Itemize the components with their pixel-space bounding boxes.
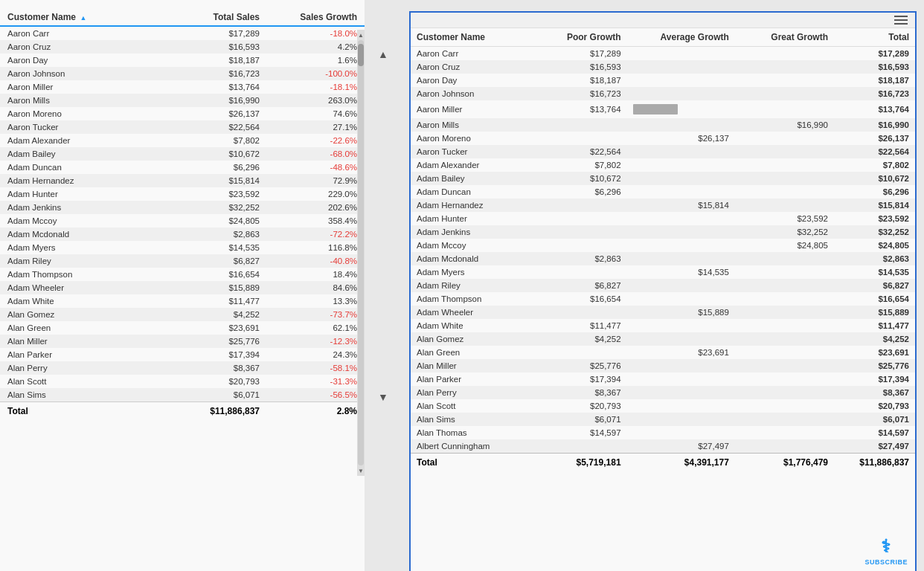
left-table-cell: -18.0% [267, 26, 365, 40]
right-table-cell [627, 145, 735, 158]
hamburger-menu-icon[interactable] [894, 16, 908, 25]
right-table-cell: $32,252 [735, 225, 834, 239]
dna-icon: ⚕ [881, 536, 891, 557]
left-table-cell: $18,187 [167, 54, 267, 67]
right-table-cell: $16,654 [834, 292, 915, 306]
right-table-cell: $7,802 [834, 158, 915, 172]
left-table-cell: Aaron Moreno [0, 107, 167, 120]
right-table-cell [735, 439, 834, 454]
right-table-cell [627, 372, 735, 386]
right-footer-great: $1,776,479 [735, 454, 834, 472]
scroll-down-v-arrow[interactable]: ▼ [378, 391, 388, 403]
right-table-row: Aaron Miller$13,764$13,764 [411, 100, 915, 118]
left-table-row: Adam Hernandez$15,81472.9% [0, 174, 365, 187]
left-table-cell: $6,296 [167, 161, 267, 174]
left-table-cell: Adam White [0, 294, 167, 308]
scroll-down-arrow[interactable]: ▼ [357, 465, 365, 476]
left-scrollbar[interactable]: ▲ ▼ [357, 30, 365, 476]
right-table-row: Aaron Carr$17,289$17,289 [411, 47, 915, 61]
middle-area: ▲ ▼ [365, 0, 402, 571]
left-table-cell: Alan Perry [0, 361, 167, 375]
right-table-row: Alan Thomas$14,597$14,597 [411, 426, 915, 439]
right-footer-total: $11,886,837 [834, 454, 915, 472]
right-table-cell: Alan Green [411, 346, 527, 359]
right-table-cell: $23,592 [834, 212, 915, 225]
left-table-cell: Adam Wheeler [0, 281, 167, 294]
right-table-row: Alan Gomez$4,252$4,252 [411, 332, 915, 346]
left-table-cell: $17,289 [167, 26, 267, 40]
right-table-cell: $16,723 [834, 87, 915, 100]
right-footer-label: Total [411, 454, 527, 472]
right-table-row: Adam Riley$6,827$6,827 [411, 279, 915, 292]
left-table-cell: Aaron Carr [0, 26, 167, 40]
right-table-cell: $16,723 [527, 87, 626, 100]
right-table-cell: Adam White [411, 319, 527, 332]
right-table-row: Aaron Johnson$16,723$16,723 [411, 87, 915, 100]
right-table-cell [735, 332, 834, 346]
right-table: Customer Name Poor Growth Average Growth… [411, 28, 915, 471]
right-table-cell [627, 87, 735, 100]
left-table-cell: 74.6% [267, 107, 365, 120]
left-table-cell: 263.0% [267, 94, 365, 107]
right-table-cell: $13,764 [834, 100, 915, 118]
right-table-cell: $6,296 [834, 185, 915, 199]
right-table-cell [735, 346, 834, 359]
left-table-cell: Aaron Tucker [0, 120, 167, 134]
left-table-row: Adam White$11,47713.3% [0, 294, 365, 308]
scroll-up-v-arrow[interactable]: ▲ [378, 48, 388, 60]
right-table-cell: Aaron Day [411, 74, 527, 87]
right-table-cell [735, 100, 834, 118]
right-table-cell [627, 212, 735, 225]
right-table-cell: Aaron Carr [411, 47, 527, 61]
right-table-cell: $32,252 [834, 225, 915, 239]
left-table-cell: Aaron Johnson [0, 67, 167, 80]
left-table-row: Adam Mccoy$24,805358.4% [0, 214, 365, 228]
right-table-cell [735, 265, 834, 279]
right-table-row: Adam Duncan$6,296$6,296 [411, 185, 915, 199]
right-table-cell: Alan Gomez [411, 332, 527, 346]
right-table-cell: $22,564 [527, 145, 626, 158]
left-table-row: Aaron Moreno$26,13774.6% [0, 107, 365, 120]
scroll-thumb[interactable] [358, 44, 364, 66]
left-table-cell: Adam Riley [0, 254, 167, 268]
sort-arrow-icon: ▲ [80, 14, 86, 22]
right-table-cell [527, 265, 626, 279]
left-table-row: Aaron Cruz$16,5934.2% [0, 40, 365, 54]
left-table-cell: 358.4% [267, 214, 365, 228]
right-table-cell: $14,597 [527, 426, 626, 439]
right-table-cell: Adam Alexander [411, 158, 527, 172]
right-table-cell [627, 118, 735, 132]
scroll-up-arrow[interactable]: ▲ [357, 30, 365, 40]
left-table-cell: 13.3% [267, 294, 365, 308]
right-table-cell: $8,367 [834, 386, 915, 399]
right-table-cell [735, 319, 834, 332]
left-table-cell: $20,793 [167, 375, 267, 388]
right-table-cell: $14,597 [834, 426, 915, 439]
left-table-cell: Alan Miller [0, 335, 167, 348]
left-table-cell: Alan Sims [0, 388, 167, 402]
right-table-cell: Aaron Miller [411, 100, 527, 118]
left-footer-label: Total [0, 402, 167, 421]
right-table-cell: $18,187 [834, 74, 915, 87]
right-table-cell: Adam Myers [411, 265, 527, 279]
right-table-cell: $16,990 [834, 118, 915, 132]
right-table-cell [735, 386, 834, 399]
right-table-cell: $10,672 [834, 172, 915, 185]
right-table-cell: $4,252 [527, 332, 626, 346]
right-table-cell [627, 47, 735, 61]
right-table-cell [735, 252, 834, 265]
right-table-cell [627, 185, 735, 199]
right-table-cell [527, 346, 626, 359]
left-table-cell: $6,071 [167, 388, 267, 402]
right-table-row: Aaron Tucker$22,564$22,564 [411, 145, 915, 158]
right-table-row: Adam Bailey$10,672$10,672 [411, 172, 915, 185]
subscribe-badge[interactable]: ⚕ SUBSCRIBE [864, 536, 908, 566]
right-table-cell: Adam Mcdonald [411, 252, 527, 265]
right-table-cell [627, 413, 735, 426]
left-table-cell: $22,564 [167, 120, 267, 134]
right-table-cell: $17,394 [834, 372, 915, 386]
right-panel-header [411, 13, 915, 28]
right-table-cell: $17,394 [527, 372, 626, 386]
left-table-row: Alan Scott$20,793-31.3% [0, 375, 365, 388]
right-table-cell [735, 60, 834, 74]
